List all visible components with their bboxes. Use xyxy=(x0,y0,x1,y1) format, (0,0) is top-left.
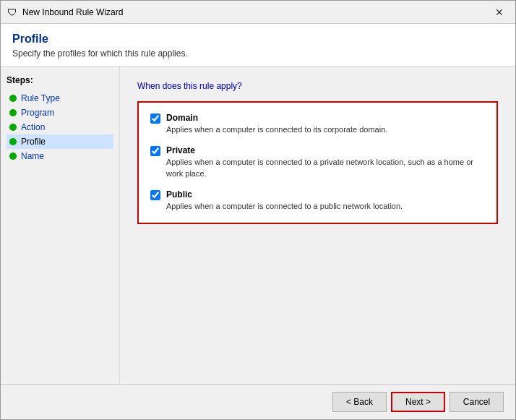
sidebar-item-label: Profile xyxy=(21,137,46,147)
page-description: Specify the profiles for which this rule… xyxy=(12,48,504,59)
options-box: Domain Applies when a computer is connec… xyxy=(137,101,498,224)
sidebar-item-label: Name xyxy=(21,151,44,161)
steps-label: Steps: xyxy=(7,75,113,85)
step-dot xyxy=(9,153,17,160)
public-checkbox[interactable] xyxy=(150,190,160,200)
step-dot xyxy=(9,109,17,116)
public-description: Applies when a computer is connected to … xyxy=(166,201,485,212)
option-row-public: Public Applies when a computer is connec… xyxy=(150,189,485,212)
step-dot xyxy=(9,138,17,145)
content-area: Steps: Rule Type Program Action Profile … xyxy=(1,67,515,384)
sidebar-item-rule-type[interactable]: Rule Type xyxy=(7,91,113,106)
sidebar-item-label: Rule Type xyxy=(21,93,60,103)
private-description: Applies when a computer is connected to … xyxy=(166,157,485,179)
option-row-domain: Domain Applies when a computer is connec… xyxy=(150,113,485,135)
back-button[interactable]: < Back xyxy=(332,392,387,412)
sidebar-item-name[interactable]: Name xyxy=(7,149,113,163)
cancel-button[interactable]: Cancel xyxy=(450,392,504,412)
question-text: When does this rule apply? xyxy=(137,81,498,91)
private-checkbox[interactable] xyxy=(150,146,160,156)
domain-title: Domain xyxy=(166,113,485,123)
next-button[interactable]: Next > xyxy=(391,392,445,412)
private-title: Private xyxy=(166,145,485,155)
domain-content: Domain Applies when a computer is connec… xyxy=(166,113,485,135)
close-button[interactable]: ✕ xyxy=(489,2,509,22)
titlebar: 🛡 New Inbound Rule Wizard ✕ xyxy=(1,1,515,24)
step-dot xyxy=(9,124,17,131)
footer: < Back Next > Cancel xyxy=(1,384,515,419)
sidebar-item-profile[interactable]: Profile xyxy=(7,134,113,149)
sidebar: Steps: Rule Type Program Action Profile … xyxy=(1,67,120,384)
wizard-window: 🛡 New Inbound Rule Wizard ✕ Profile Spec… xyxy=(0,0,516,420)
titlebar-title: New Inbound Rule Wizard xyxy=(22,7,489,17)
sidebar-item-label: Action xyxy=(21,122,45,132)
step-dot xyxy=(9,95,17,102)
private-content: Private Applies when a computer is conne… xyxy=(166,145,485,179)
public-title: Public xyxy=(166,189,485,200)
option-row-private: Private Applies when a computer is conne… xyxy=(150,145,485,179)
sidebar-item-label: Program xyxy=(21,108,54,118)
titlebar-icon: 🛡 xyxy=(7,7,18,18)
main-panel: When does this rule apply? Domain Applie… xyxy=(120,67,515,384)
page-header: Profile Specify the profiles for which t… xyxy=(1,24,515,67)
sidebar-item-program[interactable]: Program xyxy=(7,106,113,120)
domain-checkbox[interactable] xyxy=(150,113,160,124)
public-content: Public Applies when a computer is connec… xyxy=(166,189,485,212)
domain-description: Applies when a computer is connected to … xyxy=(166,124,485,135)
sidebar-item-action[interactable]: Action xyxy=(7,120,113,134)
page-title: Profile xyxy=(12,33,504,46)
